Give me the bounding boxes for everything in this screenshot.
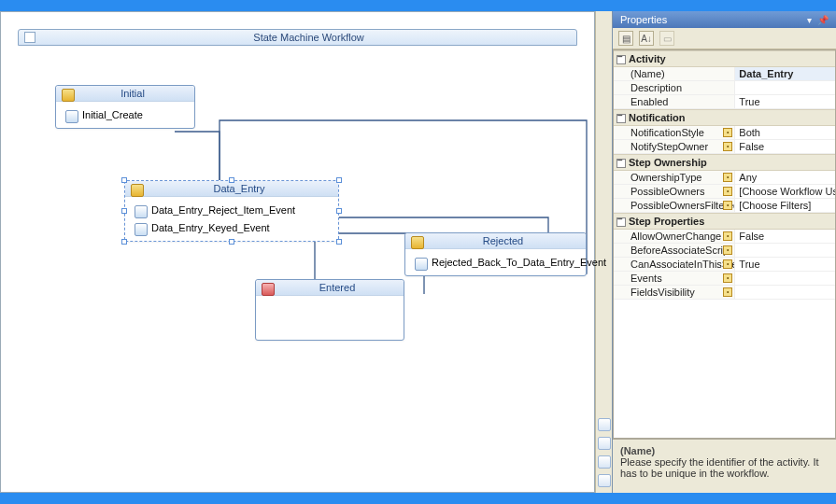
prop-key: Enabled [614,95,735,108]
prop-value[interactable] [735,81,835,94]
node-rejected[interactable]: Rejected Rejected_Back_To_Data_Entry_Eve… [404,232,587,276]
properties-toolbar: ▤ A↓ ▭ [613,28,836,49]
prop-value[interactable]: False [735,230,835,243]
category-step-properties[interactable]: Step Properties [614,213,835,230]
prop-value[interactable]: [Choose Workflow Users] [735,185,835,198]
prop-value[interactable]: True [735,258,835,271]
prop-row-allowownerchange[interactable]: AllowOwnerChange•False [614,230,835,244]
prop-key: PossibleOwnersFilteredBy• [614,199,735,212]
category-step-ownership[interactable]: Step Ownership [614,154,835,171]
node-entered-title: Entered [256,280,404,296]
prop-value[interactable] [735,244,835,257]
prop-key: NotificationStyle• [614,126,735,139]
enum-icon: • [723,245,732,255]
help-desc: Please specify the identifier of the act… [620,456,829,479]
enum-icon: • [723,231,732,241]
prop-row-events[interactable]: Events• [614,272,835,286]
enum-icon: • [723,287,732,297]
prop-row-possibleownersfilteredby[interactable]: PossibleOwnersFilteredBy•[Choose Filters… [614,199,835,213]
node-rejected-title: Rejected [405,233,586,249]
event-rejected-back[interactable]: Rejected_Back_To_Data_Entry_Event [410,254,581,271]
workflow-canvas[interactable]: State Machine Workflow Initial Initial_C… [0,11,595,493]
properties-title-text: Properties [620,14,667,25]
properties-grid[interactable]: Activity(Name)Data_EntryDescriptionEnabl… [613,49,836,439]
properties-panel: Properties ▾ 📌 ▤ A↓ ▭ Activity(Name)Data… [612,11,836,493]
prop-row-canassociateinthisstep[interactable]: CanAssociateInThisStep•True [614,258,835,272]
enum-icon: • [723,201,732,210]
prop-value[interactable]: Any [735,171,835,184]
event-data-entry-reject[interactable]: Data_Entry_Reject_Item_Event [130,202,333,218]
properties-titlebar[interactable]: Properties ▾ 📌 [613,11,836,28]
enum-icon: • [723,142,732,151]
enum-icon: • [723,187,732,196]
workflow-title: State Machine Workflow [41,32,576,43]
prop-key: OwnershipType• [614,171,735,184]
node-initial-title: Initial [56,86,194,102]
prop-row-possibleowners[interactable]: PossibleOwners•[Choose Workflow Users] [614,185,835,199]
prop-row-ownershiptype[interactable]: OwnershipType•Any [614,171,835,185]
prop-key: NotifyStepOwner• [614,140,735,153]
enum-icon: • [723,273,732,283]
workflow-icon [24,32,35,43]
prop-key: (Name) [614,67,735,80]
prop-key: FieldsVisibility• [614,286,735,299]
prop-value[interactable] [735,272,835,285]
prop-row-fieldsvisibility[interactable]: FieldsVisibility• [614,286,835,300]
event-data-entry-keyed[interactable]: Data_Entry_Keyed_Event [130,219,333,236]
node-entered[interactable]: Entered [255,279,404,341]
enum-icon: • [723,128,732,137]
help-name: (Name) [620,445,829,456]
prop-row-notifystepowner[interactable]: NotifyStepOwner•False [614,140,835,154]
prop-key: AllowOwnerChange• [614,230,735,243]
pin-icon[interactable]: ▾ 📌 [807,15,829,25]
prop-key: BeforeAssociateScript• [614,244,735,257]
prop-value[interactable]: True [735,95,835,108]
prop-row-name[interactable]: (Name)Data_Entry [614,67,835,81]
node-initial[interactable]: Initial Initial_Create [55,85,195,129]
event-initial-create[interactable]: Initial_Create [61,106,190,123]
prop-key: CanAssociateInThisStep• [614,258,735,271]
pages-button[interactable]: ▭ [659,31,674,46]
node-data-entry[interactable]: Data_Entry Data_Entry_Reject_Item_Event … [124,180,339,242]
category-activity[interactable]: Activity [614,50,835,67]
prop-row-enabled[interactable]: EnabledTrue [614,95,835,109]
prop-value[interactable]: [Choose Filters] [735,199,835,212]
enum-icon: • [723,173,732,182]
properties-help: (Name) Please specify the identifier of … [613,439,836,493]
prop-value[interactable] [735,286,835,299]
prop-row-notificationstyle[interactable]: NotificationStyle•Both [614,126,835,140]
prop-row-beforeassociatescript[interactable]: BeforeAssociateScript• [614,244,835,258]
prop-key: Events• [614,272,735,285]
workflow-header[interactable]: State Machine Workflow [18,29,577,46]
sort-button[interactable]: A↓ [639,31,654,46]
prop-key: Description [614,81,735,94]
category-notification[interactable]: Notification [614,109,835,126]
prop-value[interactable]: Data_Entry [735,67,835,80]
prop-value[interactable]: False [735,140,835,153]
prop-key: PossibleOwners• [614,185,735,198]
categorize-button[interactable]: ▤ [618,31,633,46]
prop-value[interactable]: Both [735,126,835,139]
prop-row-description[interactable]: Description [614,81,835,95]
enum-icon: • [723,259,732,269]
node-data-entry-title: Data_Entry [125,181,338,197]
